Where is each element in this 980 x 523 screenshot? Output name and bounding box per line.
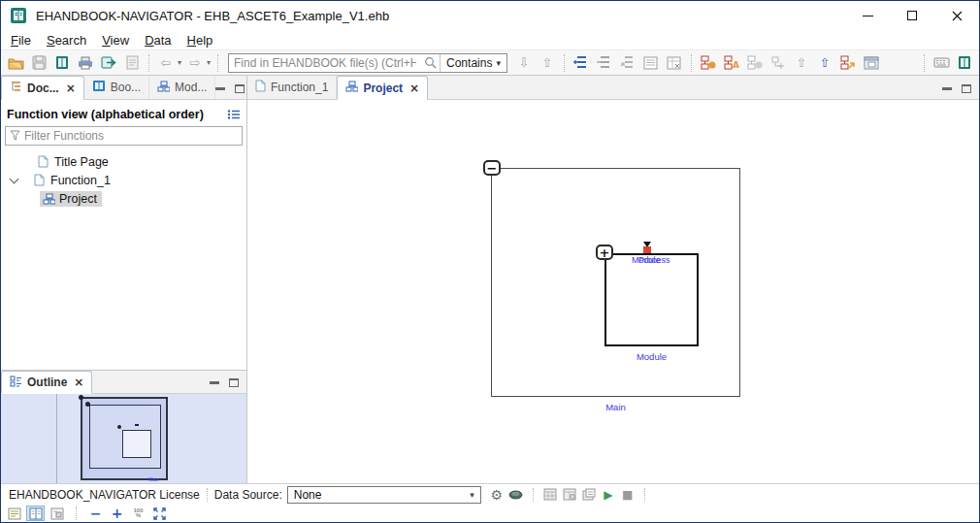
thumbnail-view-button[interactable] (48, 506, 66, 521)
go-to-top-button[interactable]: ⇧ (815, 53, 834, 73)
show-list-button[interactable] (641, 53, 661, 73)
navigate-hierarchy-disabled-button[interactable] (768, 53, 788, 73)
outline-window-buttons (210, 378, 246, 393)
process-overlap-label: Process (638, 255, 670, 265)
window-maximize-button[interactable] (890, 1, 934, 30)
menu-data[interactable]: Data (137, 32, 179, 49)
calibration-view-button[interactable] (540, 486, 560, 504)
license-status: EHANDBOOK_NAVIGATOR License (9, 488, 200, 502)
export-pdf-button[interactable] (122, 53, 142, 73)
find-input[interactable] (229, 55, 421, 71)
navigate-back-button[interactable]: ⇦ (156, 53, 176, 73)
forward-history-dropdown-icon[interactable]: ▾ (207, 58, 211, 67)
export-button[interactable] (99, 53, 118, 73)
app-window: EHANDBOOK-NAVIGATOR - EHB_ASCET6_Example… (0, 0, 980, 523)
minimize-panel-button[interactable] (215, 87, 225, 90)
data-source-settings-button[interactable]: ⚙ (487, 486, 506, 504)
minimize-panel-button[interactable] (942, 87, 952, 90)
zoom-100-button[interactable]: 100% (129, 506, 147, 521)
data-source-layers-button[interactable] (506, 486, 526, 504)
diagram-icon (157, 81, 170, 95)
filter-box (5, 126, 243, 146)
diagram-icon (43, 193, 55, 205)
outline-thumbnail[interactable]: Main (1, 394, 246, 483)
expand-all-button[interactable] (572, 53, 591, 73)
data-source-select[interactable]: None ▾ (287, 486, 481, 504)
tab-project[interactable]: Project × (337, 76, 428, 100)
find-next-button[interactable]: ⇩ (514, 53, 534, 73)
contains-dropdown[interactable]: Contains ▾ (441, 54, 506, 72)
outline-tabbar: Outline × (1, 371, 246, 394)
start-measurement-button[interactable]: ▶ (599, 486, 618, 504)
open-file-button[interactable] (6, 53, 25, 73)
tab-document-view[interactable]: Doc... × (1, 76, 84, 100)
outline-expand-dot (117, 425, 121, 429)
open-in-window-button[interactable] (862, 53, 881, 73)
navigate-forward-button[interactable]: ⇨ (185, 53, 205, 73)
tree-item-title-page[interactable]: Title Page (1, 152, 246, 171)
zoom-out-button[interactable]: − (86, 506, 105, 521)
menu-search[interactable]: Search (39, 32, 94, 49)
measurement-view-button[interactable] (560, 486, 579, 504)
collapse-all-button[interactable] (595, 53, 614, 73)
menu-file[interactable]: File (3, 32, 39, 49)
tree-item-project[interactable]: Project (1, 189, 246, 208)
diagram-canvas[interactable]: − Main + Module Process Module (247, 100, 979, 483)
outline-module-box (122, 430, 151, 458)
collapse-selected-button[interactable] (618, 53, 637, 73)
back-history-dropdown-icon[interactable]: ▾ (178, 58, 181, 67)
maximize-panel-button[interactable] (962, 84, 971, 93)
find-text-diagram-button[interactable]: A (722, 53, 741, 73)
zoom-in-button[interactable]: + (108, 506, 126, 521)
open-handbook-button[interactable] (52, 53, 72, 73)
title-bar: EHANDBOOK-NAVIGATOR - EHB_ASCET6_Example… (1, 1, 979, 30)
fit-to-screen-button[interactable] (150, 506, 169, 521)
go-up-disabled-button[interactable]: ⇧ (792, 53, 811, 73)
menu-view[interactable]: View (94, 32, 137, 49)
tab-function-1[interactable]: Function_1 (247, 76, 337, 99)
window-close-button[interactable] (934, 1, 979, 30)
menu-help[interactable]: Help (180, 32, 221, 49)
module-block[interactable] (604, 253, 699, 346)
tree-expander-icon[interactable] (10, 174, 19, 183)
find-previous-button[interactable]: ⇧ (538, 53, 557, 73)
save-button[interactable] (29, 53, 49, 73)
experiment-view-button[interactable] (579, 486, 599, 504)
main-block-label: Main (491, 402, 740, 412)
maximize-panel-button[interactable] (235, 84, 245, 93)
help-handbook-button[interactable] (955, 53, 974, 73)
single-page-view-button[interactable] (5, 506, 23, 521)
outline-guide-line (56, 394, 57, 483)
outline-collapse-dot (85, 402, 90, 407)
minimize-panel-button[interactable] (210, 381, 219, 384)
function-view-header: Function view (alphabetical order) (1, 100, 246, 126)
jump-to-diagram-button[interactable] (838, 53, 858, 73)
editor-area: Function_1 Project × − Main + (247, 76, 979, 483)
tab-outline[interactable]: Outline × (1, 371, 92, 394)
window-minimize-button[interactable] (845, 1, 890, 30)
show-table-button[interactable] (665, 53, 684, 73)
stop-measurement-button[interactable]: ■ (618, 486, 637, 504)
outline-collapse-dot (79, 395, 83, 400)
close-icon[interactable]: × (74, 376, 83, 389)
tab-bookmark-view[interactable]: Boo... (84, 76, 149, 99)
status-separator (533, 488, 534, 502)
expand-module-button[interactable]: + (596, 245, 613, 260)
menu-bar: File Search View Data Help (1, 30, 979, 49)
maximize-panel-button[interactable] (229, 378, 239, 387)
split-view-button[interactable] (26, 506, 45, 521)
print-button[interactable] (76, 53, 95, 73)
filter-functions-input[interactable] (24, 129, 238, 143)
keyboard-shortcuts-button[interactable] (931, 53, 951, 73)
tab-model-view[interactable]: Mod... (149, 76, 215, 99)
close-icon[interactable]: × (66, 82, 76, 95)
close-icon[interactable]: × (409, 82, 419, 95)
tree-item-function-1[interactable]: Function_1 (1, 171, 246, 189)
find-module-diagram-button[interactable] (699, 53, 718, 73)
book-icon (92, 80, 106, 95)
collapse-main-button[interactable]: − (483, 160, 501, 176)
toolbar-separator (924, 54, 925, 72)
main-toolbar: ⇦ ▾ ⇨ ▾ Contains ▾ ⇩ ⇧ (1, 49, 979, 76)
find-diagram-disabled-button[interactable] (745, 53, 765, 73)
view-menu-icon[interactable] (227, 109, 241, 120)
